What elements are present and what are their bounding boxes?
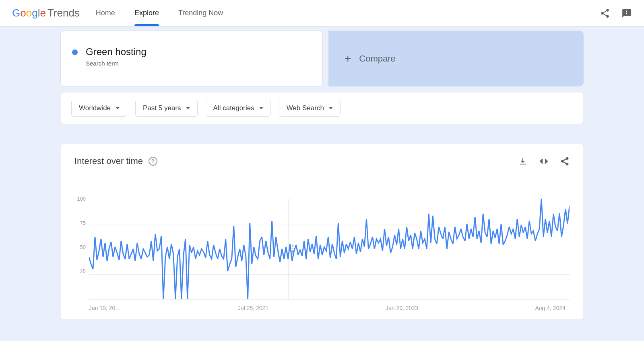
chart-actions [518, 156, 570, 166]
x-tick: Aug 4, 2024 [535, 305, 566, 311]
nav-trending-now[interactable]: Trending Now [178, 1, 223, 25]
app-header: Google Trends Home Explore Trending Now [0, 0, 644, 27]
y-axis: 100 75 50 25 [74, 199, 86, 295]
chart-svg [89, 199, 570, 299]
filter-search-type-label: Web Search [287, 104, 324, 112]
logo-suffix: Trends [47, 7, 80, 19]
header-actions [600, 8, 632, 18]
grid-line [89, 299, 570, 300]
search-term-card[interactable]: Green hosting Search term [60, 31, 323, 86]
download-icon[interactable] [518, 156, 528, 166]
share-icon[interactable] [560, 156, 570, 166]
help-icon[interactable]: ? [149, 157, 157, 166]
filter-time-label: Past 5 years [143, 104, 181, 112]
chart-header: Interest over time ? [74, 156, 570, 166]
compare-label: Compare [359, 53, 395, 64]
nav-explore[interactable]: Explore [134, 1, 159, 25]
query-section: Green hosting Search term + Compare Worl… [0, 27, 644, 124]
chevron-down-icon [116, 107, 120, 109]
series-dot-icon [72, 49, 78, 55]
y-tick: 75 [80, 220, 86, 226]
series-line [89, 199, 570, 299]
y-tick: 50 [80, 244, 86, 250]
term-name: Green hosting [86, 46, 147, 58]
term-type: Search term [86, 60, 147, 67]
plus-icon: + [345, 52, 351, 65]
chevron-down-icon [186, 107, 190, 109]
term-text: Green hosting Search term [86, 46, 147, 67]
x-tick: Jul 25, 2021 [238, 305, 268, 311]
chevron-down-icon [259, 107, 263, 109]
logo[interactable]: Google Trends [12, 7, 80, 19]
plot-area: Note [89, 199, 570, 299]
term-row: Green hosting Search term + Compare [60, 31, 584, 86]
nav: Home Explore Trending Now [96, 1, 223, 25]
chart-title: Interest over time [74, 156, 143, 166]
x-tick: Jan 19, 20… [89, 305, 121, 311]
x-axis: Jan 19, 20… Jul 25, 2021 Jan 29, 2023 Au… [89, 305, 570, 311]
filter-search-type[interactable]: Web Search [279, 100, 341, 117]
filter-category[interactable]: All categories [206, 100, 271, 117]
filter-category-label: All categories [213, 104, 254, 112]
y-tick: 25 [80, 268, 86, 274]
x-tick: Jan 29, 2023 [386, 305, 418, 311]
share-icon[interactable] [600, 8, 610, 18]
nav-home[interactable]: Home [96, 1, 115, 25]
feedback-icon[interactable] [621, 8, 632, 18]
interest-over-time-card: Interest over time ? 100 75 50 25 [60, 144, 584, 320]
filter-time[interactable]: Past 5 years [135, 100, 198, 117]
add-compare-button[interactable]: + Compare [328, 31, 584, 86]
embed-icon[interactable] [539, 156, 549, 166]
chart-area: 100 75 50 25 Note Jan 19, 20… Jul 25, 20… [74, 199, 570, 311]
filter-row: Worldwide Past 5 years All categories We… [60, 92, 584, 124]
filter-region-label: Worldwide [79, 104, 111, 112]
filter-region[interactable]: Worldwide [71, 100, 127, 117]
y-tick: 100 [77, 196, 86, 202]
chevron-down-icon [329, 107, 333, 109]
